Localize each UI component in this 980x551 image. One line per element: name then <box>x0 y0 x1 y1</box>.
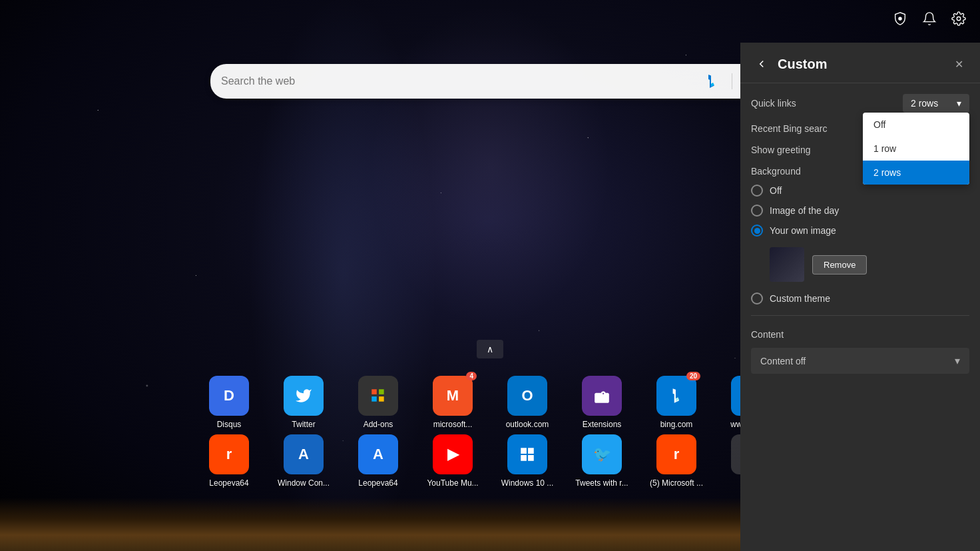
radio-your-own-image-label: Your own image <box>770 225 836 236</box>
radio-image-of-day[interactable]: Image of the day <box>751 205 969 217</box>
image-row: Remove <box>770 247 969 282</box>
link-icon-wrap: A <box>358 434 398 474</box>
search-bar <box>210 64 770 99</box>
link-icon-wrap: r <box>209 434 249 474</box>
link-label: Leopeva64 <box>209 478 248 488</box>
link-icon-wrap <box>284 376 324 416</box>
dropdown-item-1row[interactable]: 1 row <box>863 137 969 161</box>
link-item[interactable]: DDisqus <box>196 376 262 429</box>
panel-body: Quick links 2 rows ▾ Off 1 row 2 rows Re… <box>740 83 980 551</box>
link-item[interactable]: Twitter <box>270 376 337 429</box>
link-label: bing.com <box>660 420 693 429</box>
link-icon: M <box>433 376 473 416</box>
svg-rect-4 <box>379 389 384 394</box>
link-icon <box>656 376 696 416</box>
content-label: Content <box>751 329 969 340</box>
radio-custom-theme[interactable]: Custom theme <box>751 292 969 304</box>
radio-circle-custom-theme <box>751 292 763 304</box>
chevron-up-icon: ∧ <box>487 344 493 354</box>
links-row-1: DDisqusTwitter Add-ons4Mmicrosoft...Oout… <box>196 376 784 429</box>
settings-icon[interactable] <box>945 5 972 32</box>
link-item[interactable]: ▶YouTube Mu... <box>419 434 486 488</box>
link-label: Leopeva64 <box>358 478 397 488</box>
link-label: (5) Microsoft ... <box>650 478 703 488</box>
search-divider <box>732 73 732 89</box>
content-section: Content Content off ▾ <box>751 315 969 374</box>
link-item[interactable]: AWindow Con... <box>270 434 337 488</box>
dropdown-item-2rows[interactable]: 2 rows <box>863 161 969 185</box>
link-icon-wrap: A <box>284 434 324 474</box>
link-label: Tweets with r... <box>575 478 628 488</box>
link-icon-wrap <box>358 376 398 416</box>
link-label: YouTube Mu... <box>427 478 478 488</box>
panel-title: Custom <box>778 57 948 72</box>
link-item[interactable]: 4Mmicrosoft... <box>419 376 486 429</box>
show-greeting-label: Show greeting <box>751 145 811 155</box>
radio-circle-image-of-day <box>751 205 763 217</box>
link-icon-wrap: ▶ <box>433 434 473 474</box>
background-radio-group: Off Image of the day Your own image <box>751 185 969 237</box>
image-thumbnail <box>770 247 804 282</box>
link-icon-wrap <box>507 434 547 474</box>
badge: 20 <box>686 372 700 380</box>
svg-rect-6 <box>379 396 384 402</box>
quick-links-container: DDisqusTwitter Add-ons4Mmicrosoft...Oout… <box>196 376 784 488</box>
back-button[interactable] <box>751 53 772 75</box>
link-item[interactable]: Windows 10 ... <box>494 434 561 488</box>
link-label: Window Con... <box>278 478 330 488</box>
badge: 4 <box>466 372 477 380</box>
link-icon: r <box>656 434 696 474</box>
collapse-button[interactable]: ∧ <box>477 340 503 358</box>
svg-point-1 <box>957 17 961 21</box>
link-label: Windows 10 ... <box>501 478 554 488</box>
link-item[interactable]: Add-ons <box>345 376 411 429</box>
bell-icon[interactable] <box>916 5 943 32</box>
custom-panel: Custom ✕ Quick links 2 rows ▾ Off 1 row … <box>740 43 980 551</box>
top-bar <box>879 0 980 37</box>
chevron-down-icon: ▾ <box>957 98 961 109</box>
radio-your-own-image[interactable]: Your own image <box>751 225 969 237</box>
radio-off[interactable]: Off <box>751 185 969 197</box>
search-container <box>210 64 770 99</box>
link-item[interactable]: Extensions <box>569 376 635 429</box>
link-icon: 🐦 <box>582 434 622 474</box>
link-label: Disqus <box>217 420 242 429</box>
link-label: Add-ons <box>364 420 393 429</box>
link-icon-wrap: 4M <box>433 376 473 416</box>
quick-links-value: 2 rows <box>911 98 938 109</box>
svg-rect-5 <box>371 396 377 402</box>
link-icon: O <box>507 376 547 416</box>
radio-circle-off <box>751 185 763 197</box>
link-icon-wrap: 20 <box>656 376 696 416</box>
link-item[interactable]: 🐦Tweets with r... <box>569 434 635 488</box>
link-icon-wrap: O <box>507 376 547 416</box>
radio-off-label: Off <box>770 185 782 196</box>
link-item[interactable]: 20 bing.com <box>643 376 710 429</box>
shield-icon[interactable] <box>887 5 913 32</box>
link-label: microsoft... <box>433 420 473 429</box>
search-input[interactable] <box>221 75 702 87</box>
link-icon <box>507 434 547 474</box>
link-item[interactable]: rLeopeva64 <box>196 434 262 488</box>
link-item[interactable]: ALeopeva64 <box>345 434 411 488</box>
quick-links-dropdown-wrapper: 2 rows ▾ Off 1 row 2 rows <box>903 94 969 113</box>
link-item[interactable]: r(5) Microsoft ... <box>643 434 710 488</box>
link-icon-wrap: D <box>209 376 249 416</box>
link-icon: D <box>209 376 249 416</box>
dropdown-item-off[interactable]: Off <box>863 113 969 137</box>
quick-links-label: Quick links <box>751 98 796 109</box>
content-chevron-down-icon: ▾ <box>955 354 960 367</box>
link-icon: r <box>209 434 249 474</box>
quick-links-dropdown[interactable]: 2 rows ▾ <box>903 94 969 113</box>
panel-header: Custom ✕ <box>740 43 980 83</box>
link-icon: ▶ <box>433 434 473 474</box>
links-row-2: rLeopeva64AWindow Con...ALeopeva64▶YouTu… <box>196 434 784 488</box>
link-icon-wrap <box>582 376 622 416</box>
remove-button[interactable]: Remove <box>812 255 867 275</box>
link-icon-wrap: 🐦 <box>582 434 622 474</box>
close-button[interactable]: ✕ <box>948 53 969 75</box>
link-item[interactable]: Ooutlook.com <box>494 376 561 429</box>
radio-image-of-day-label: Image of the day <box>770 205 839 216</box>
link-icon <box>284 376 324 416</box>
content-dropdown[interactable]: Content off ▾ <box>751 348 969 374</box>
